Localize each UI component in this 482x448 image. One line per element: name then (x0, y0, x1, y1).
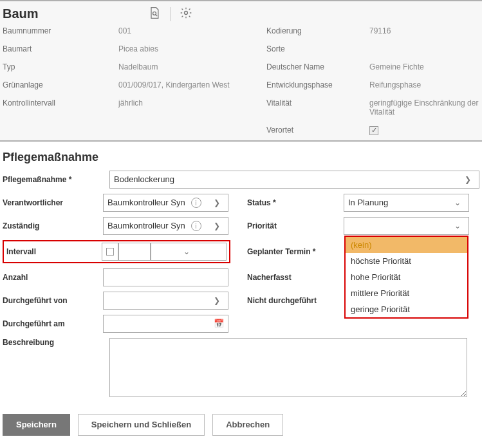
label-verantwortlicher: Verantwortlicher (3, 198, 103, 207)
durchgefuehrt-am-datepicker[interactable]: 📅 (103, 315, 228, 333)
label-nacherfasst: Nacherfasst (247, 273, 344, 282)
chevron-right-icon: ❯ (210, 221, 224, 230)
priority-option[interactable]: mittlere Priorität (346, 285, 467, 301)
prioritaet-dropdown-list: (kein) höchste Priorität hohe Priorität … (344, 236, 468, 319)
value-baumnummer: 001 (118, 26, 266, 35)
label-baumart: Baumart (3, 44, 118, 53)
label-kodierung: Kodierung (266, 26, 369, 35)
value-kodierung: 79116 (369, 26, 479, 35)
svg-point-1 (184, 12, 187, 15)
chevron-down-icon: ⌄ (180, 247, 194, 256)
intervall-unit-select[interactable]: ⌄ (151, 243, 227, 261)
save-close-button[interactable]: Speichern und Schließen (78, 414, 205, 436)
value-typ: Nadelbaum (118, 62, 266, 71)
intervall-field-group: ⌄ (102, 243, 227, 261)
document-search-icon[interactable] (148, 6, 161, 21)
chevron-down-icon: ⌄ (450, 221, 465, 230)
label-entwicklungsphase: Entwicklungsphase (266, 80, 369, 89)
label-geplanter-termin: Geplanter Termin * (247, 247, 344, 256)
label-durchgefuehrt-am: Durchgeführt am (3, 319, 103, 328)
priority-option[interactable]: (kein) (346, 237, 467, 253)
verortet-checkbox (369, 126, 378, 135)
pflegemassnahme-select[interactable]: Bodenlockerung ❯ (109, 171, 479, 189)
label-sorte: Sorte (266, 44, 369, 53)
value-entwicklungsphase: Reifungsphase (369, 80, 479, 89)
cancel-button[interactable]: Abbrechen (212, 414, 283, 436)
tree-detail-panel: Baum Baumnummer 001 Kodierung 79116 Baum… (0, 0, 482, 142)
intervall-value-input[interactable] (118, 243, 151, 261)
chevron-right-icon: ❯ (210, 198, 224, 207)
label-nicht-durchgefuehrt: Nicht durchgeführt (247, 296, 344, 305)
label-verortet: Verortet (266, 126, 369, 135)
beschreibung-textarea[interactable] (109, 338, 467, 397)
label-deutscher-name: Deutscher Name (266, 62, 369, 71)
save-button[interactable]: Speichern (3, 414, 70, 436)
label-intervall: Intervall (5, 247, 102, 256)
value-deutscher-name: Gemeine Fichte (369, 62, 479, 71)
label-durchgefuehrt-von: Durchgeführt von (3, 296, 103, 305)
calendar-icon[interactable]: 📅 (214, 319, 224, 328)
label-status: Status * (247, 198, 344, 207)
value-kontrollintervall: jährlich (118, 98, 266, 117)
chevron-right-icon: ❯ (210, 296, 224, 305)
verantwortlicher-picker[interactable]: Baumkontrolleur SynerGIS i ❯ (103, 194, 228, 212)
section-title: Pflegemaßnahme (0, 142, 482, 171)
priority-option[interactable]: geringe Priorität (346, 301, 467, 317)
info-icon[interactable]: i (191, 198, 201, 208)
value-baumart: Picea abies (118, 44, 266, 53)
label-zustaendig: Zuständig (3, 221, 103, 230)
intervall-checkbox[interactable] (102, 243, 118, 261)
label-vitalitaet: Vitalität (266, 98, 369, 117)
value-sorte (369, 44, 479, 53)
status-select[interactable]: In Planung ⌄ (344, 194, 469, 212)
durchgefuehrt-von-picker[interactable]: ❯ (103, 292, 228, 310)
label-typ: Typ (3, 62, 118, 71)
label-baumnummer: Baumnummer (3, 26, 118, 35)
label-kontrollintervall: Kontrollintervall (3, 98, 118, 117)
priority-option[interactable]: höchste Priorität (346, 253, 467, 269)
label-beschreibung: Beschreibung (3, 338, 103, 347)
chevron-down-icon: ⌄ (450, 198, 465, 207)
value-gruenanlage: 001/009/017, Kindergarten West (118, 80, 266, 89)
zustaendig-picker[interactable]: Baumkontrolleur SynerGIS i ❯ (103, 217, 228, 235)
gear-icon[interactable] (180, 6, 192, 21)
value-vitalitaet: geringfügige Einschränkung der Vitalität (369, 98, 479, 117)
priority-option[interactable]: hohe Priorität (346, 269, 467, 285)
info-icon[interactable]: i (191, 221, 201, 231)
label-prioritaet: Priorität (247, 221, 344, 230)
label-pflegemassnahme: Pflegemaßnahme * (3, 175, 103, 184)
label-anzahl: Anzahl (3, 273, 103, 282)
anzahl-input[interactable] (103, 268, 228, 286)
label-gruenanlage: Grünanlage (3, 80, 118, 89)
prioritaet-select[interactable]: ⌄ (kein) höchste Priorität hohe Prioritä… (344, 217, 469, 235)
chevron-right-icon: ❯ (461, 175, 475, 184)
panel-title: Baum (3, 6, 39, 21)
value-verortet (369, 126, 479, 135)
action-buttons: Speichern Speichern und Schließen Abbrec… (0, 402, 482, 442)
maintenance-form: Pflegemaßnahme * Bodenlockerung ❯ Verant… (0, 171, 482, 397)
